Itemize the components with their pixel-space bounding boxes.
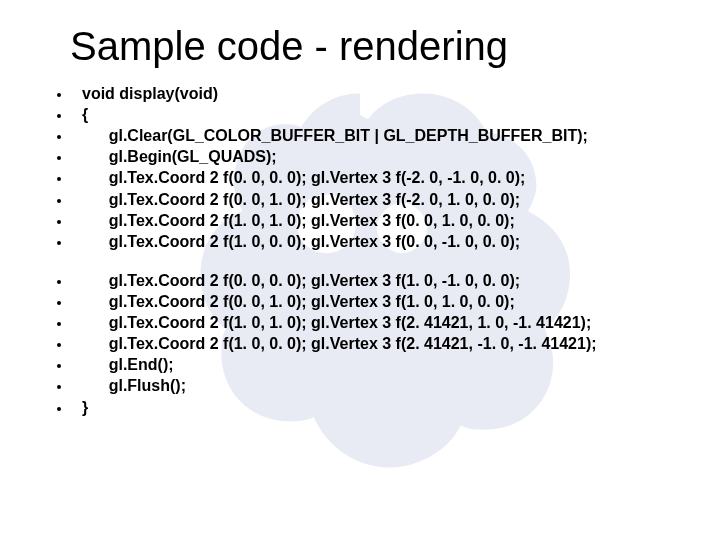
block-gap [40, 252, 680, 270]
code-block-1: void display(void) { gl.Clear(GL_COLOR_B… [40, 83, 680, 252]
code-line: gl.Tex.Coord 2 f(1. 0, 1. 0); gl.Vertex … [72, 210, 680, 231]
code-line: gl.Tex.Coord 2 f(0. 0, 0. 0); gl.Vertex … [72, 270, 680, 291]
code-line: { [72, 104, 680, 125]
code-line: gl.Flush(); [72, 375, 680, 396]
code-line: } [72, 397, 680, 418]
code-line: gl.Tex.Coord 2 f(1. 0, 0. 0); gl.Vertex … [72, 333, 680, 354]
code-line: void display(void) [72, 83, 680, 104]
code-line: gl.Tex.Coord 2 f(1. 0, 1. 0); gl.Vertex … [72, 312, 680, 333]
code-line: gl.Clear(GL_COLOR_BUFFER_BIT | GL_DEPTH_… [72, 125, 680, 146]
code-line: gl.Tex.Coord 2 f(1. 0, 0. 0); gl.Vertex … [72, 231, 680, 252]
slide-container: Sample code - rendering void display(voi… [0, 0, 720, 540]
code-line: gl.Tex.Coord 2 f(0. 0, 1. 0); gl.Vertex … [72, 189, 680, 210]
code-line: gl.Tex.Coord 2 f(0. 0, 1. 0); gl.Vertex … [72, 291, 680, 312]
code-line: gl.Begin(GL_QUADS); [72, 146, 680, 167]
code-line: gl.End(); [72, 354, 680, 375]
code-block-2: gl.Tex.Coord 2 f(0. 0, 0. 0); gl.Vertex … [40, 270, 680, 418]
slide-title: Sample code - rendering [40, 24, 680, 69]
code-line: gl.Tex.Coord 2 f(0. 0, 0. 0); gl.Vertex … [72, 167, 680, 188]
